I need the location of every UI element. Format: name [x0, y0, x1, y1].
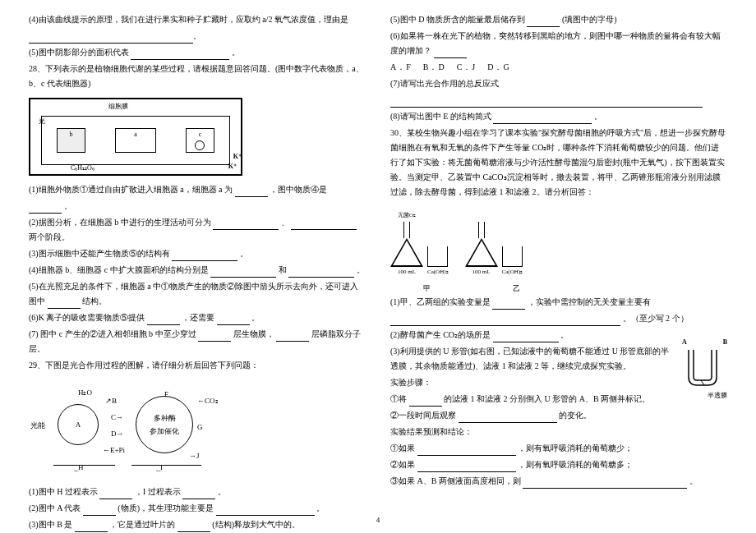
r-q8-pre: (8)请写出图中 E 的结构简式 — [390, 112, 491, 121]
label-100b: 100 mL — [472, 267, 491, 278]
box-c: c — [186, 128, 214, 153]
q28-4-mid: 和 — [279, 265, 287, 274]
q29-1-mid: ，I 过程表示 — [135, 487, 181, 496]
q28-2-mid: 、 — [281, 218, 289, 227]
q28-text: 28、下列表示的是植物细胞代谢的某些过程，请根据题意回答问题。(图中数字代表物质… — [29, 62, 366, 91]
photosynthesis-diagram: H₂O 光能 A ↗B C→ D→ ←E+Pi 多种酶 参加催化 F ←CO₂ … — [29, 379, 242, 478]
r3-pre: ③如果 A、B 两侧液面高度相同，则 — [390, 476, 521, 485]
label-jia: 甲 — [423, 282, 431, 295]
blank — [493, 333, 559, 342]
blank — [291, 220, 357, 230]
r-q5-post: (填图中的字母) — [562, 15, 617, 24]
opt-d: D．G — [487, 62, 509, 71]
q28-4-post: 。 — [357, 265, 365, 274]
label-co2: ←CO₂ — [197, 394, 219, 407]
q28-7-pre: (7) 图中 c 产生的②进入相邻细胞 b 中至少穿过 — [29, 329, 196, 338]
q28-1-post: 。 — [64, 201, 72, 210]
q30-2-pre: (2)酵母菌产生 CO₂的场所是 — [390, 330, 491, 339]
r1-post: ，则有氧呼吸消耗的葡萄糖少； — [518, 443, 633, 453]
circle-a: A — [58, 404, 99, 445]
r3-post: 。 — [689, 476, 698, 485]
label-g: G — [197, 420, 203, 434]
box-a: a — [115, 128, 156, 153]
label-h2o: H₂O — [78, 386, 92, 399]
r-q30: 30、某校生物兴趣小组在学习了课本实验"探究酵母菌细胞的呼吸方式"后，想进一步探… — [390, 126, 727, 200]
blank — [172, 251, 237, 261]
q29-2-post: 。 — [316, 503, 325, 512]
q28-6-post: 。 — [251, 313, 260, 322]
q4-text: (4)由该曲线提示的原理，我们在进行果实和种子贮藏时，应取约 a/2 氧气浓度值… — [29, 12, 366, 27]
blank — [147, 315, 180, 325]
blank — [527, 17, 560, 27]
blank — [276, 332, 309, 342]
label-b: ↗B — [105, 394, 117, 407]
opt-b: B．D — [423, 62, 445, 71]
blank — [48, 299, 81, 309]
result-title: 实验结果预测和结论： — [390, 425, 727, 439]
blank — [131, 50, 229, 60]
label-f: F — [164, 388, 168, 401]
blank — [493, 114, 592, 124]
label-k2: K⁺ — [228, 161, 237, 172]
q28-3-pre: (3)图示细胞中还能产生物质⑤的结构有 — [29, 249, 170, 258]
blank — [217, 315, 250, 325]
q28-7-mid: 层生物膜， — [233, 329, 274, 338]
label-c: C→ — [111, 411, 123, 424]
label-membrane: 细胞膜 — [108, 101, 128, 113]
svg-line-0 — [701, 380, 704, 385]
blank — [417, 462, 516, 472]
q29-1-post: 。 — [218, 487, 226, 496]
q29-text: 29、下图是光合作用过程的图解，请仔细分析后回答下列问题： — [29, 358, 366, 373]
u-tube-diagram: A B 半透膜 — [682, 337, 727, 402]
blank — [390, 98, 703, 108]
page-number: 4 — [376, 513, 380, 526]
blank — [177, 522, 210, 532]
label-100a: 100 mL — [398, 267, 416, 278]
q28-2-post: 两个阶段。 — [29, 232, 70, 241]
r2-pre: ②如果 — [390, 460, 415, 469]
r-q8-post: 。 — [594, 112, 602, 121]
r2-post: ，则有氧呼吸消耗的葡萄糖多； — [518, 460, 633, 469]
label-d: D→ — [111, 427, 124, 440]
blank — [99, 489, 132, 499]
blank — [409, 397, 442, 407]
q29-2-mid: (物质)，其生理功能主要是 — [118, 503, 214, 512]
q28-1-pre: (1)细胞外物质①通过自由扩散进入细胞器 a，细胞器 a 为 — [29, 185, 233, 194]
q28-6-mid: ，还需要 — [182, 313, 214, 322]
q29-3-post: (结构)释放到大气中的。 — [212, 520, 300, 529]
blank — [216, 506, 315, 516]
q29-3-pre: (3)图中 B 是 — [29, 520, 72, 529]
label-epi: ←E+Pi — [103, 443, 125, 457]
blank — [83, 506, 116, 516]
box-b: b — [57, 128, 85, 153]
cell-diagram: 细胞膜 光 b a c C₆H₁₂O₆ K⁺ K⁺ — [29, 98, 242, 176]
r-q7: (7)请写出光合作用的总反应式 — [390, 76, 727, 91]
label-yi: 乙 — [513, 282, 520, 295]
label-i-bracket: ⏟I — [156, 461, 163, 474]
label-caoh-a: Ca(OH)₂ — [427, 267, 449, 278]
r-q5-pre: (5)图中 D 物质所含的能量最后储存到 — [390, 15, 525, 24]
q28-2-pre: (2)据图分析，在细胞器 b 中进行的生理活动可分为 — [29, 218, 211, 227]
label-o2: 无菌O₂ — [398, 210, 416, 221]
q28-3-post: 。 — [240, 249, 248, 258]
q5-pre: (5)图中阴影部分的面积代表 — [29, 48, 129, 57]
blank — [434, 48, 467, 58]
step2-post: 的变化。 — [559, 411, 592, 420]
q29-2-pre: (2)图中 A 代表 — [29, 503, 81, 512]
q28-1-mid: ，图中物质④是 — [270, 185, 327, 194]
u-label-b: B — [723, 337, 727, 348]
blank — [29, 204, 62, 214]
q28-6-pre: (6)K 离子的吸收需要物质⑤提供 — [29, 313, 145, 322]
q30-1-pre: (1)甲、乙两组的实验变量是 — [390, 297, 491, 306]
blank — [390, 316, 620, 326]
step2-pre: ②一段时间后观察 — [390, 411, 456, 420]
blank — [523, 479, 687, 489]
r1-pre: ①如果 — [390, 443, 415, 453]
blank — [213, 220, 279, 230]
q30-2-post: 。 — [560, 330, 569, 339]
q28-4-pre: (4)细胞器 b、细胞器 c 中扩大膜面积的结构分别是 — [29, 265, 209, 274]
blank — [417, 446, 516, 456]
q28-5-post: 结构。 — [82, 296, 107, 306]
blank — [182, 489, 215, 499]
label-j: →J — [189, 449, 200, 462]
